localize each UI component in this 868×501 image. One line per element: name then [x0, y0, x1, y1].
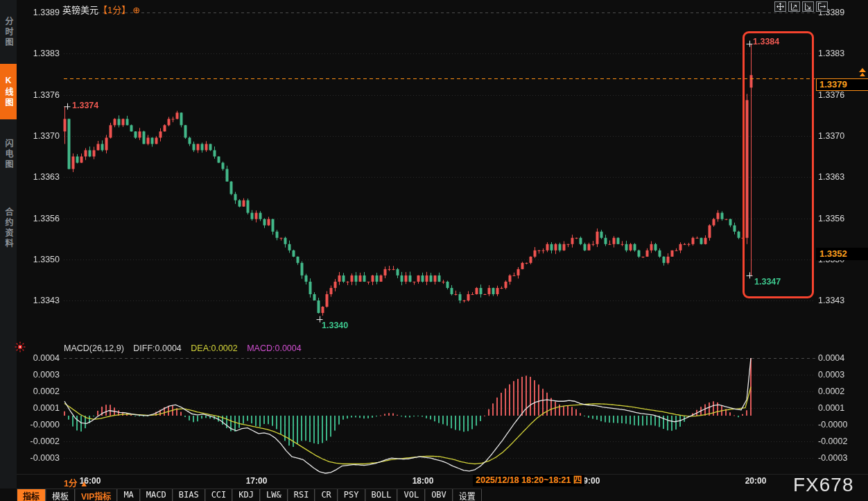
annotation-open-high: 1.3374	[72, 101, 98, 110]
sidebar-tab-kline[interactable]: K线图	[0, 64, 17, 119]
interval-tag: 【1分】	[98, 5, 130, 15]
add-indicator-icon[interactable]: ⊕	[132, 5, 140, 15]
price-axis-label: 1.3370	[17, 131, 60, 141]
time-tick: 17:00	[240, 476, 273, 486]
price-axis-label: 1.3363	[17, 172, 60, 182]
toolbar-item-kdj[interactable]: KDJ	[232, 489, 260, 501]
sidebar-tab-timeline[interactable]: 分时图	[0, 3, 17, 61]
macd-axis-label: 0.0001	[818, 403, 867, 413]
toolbar-item-indicator[interactable]: 指标	[17, 489, 46, 501]
toolbar-item-settings[interactable]: 设置	[453, 489, 482, 501]
price-axis-label: 1.3343	[818, 296, 867, 305]
macd-axis-label: 0.0002	[818, 387, 867, 396]
secondary-price-badge: 1.3352	[816, 248, 868, 260]
macd-axis-label: 0.0004	[818, 353, 867, 363]
macd-axis-label: 0.0001	[17, 403, 60, 413]
chart-toolbar-top	[774, 1, 828, 12]
macd-axis-label: -0.0002	[17, 436, 60, 446]
macd-hist-value: MACD:0.0004	[247, 343, 302, 353]
toolbar-item-vip[interactable]: VIP指标	[75, 489, 117, 501]
toolbar-item-vol[interactable]: VOL	[397, 489, 425, 501]
left-sidebar: 分时图 K线图 闪电图 合约资料	[0, 0, 17, 489]
price-axis-label: 1.3363	[818, 172, 867, 182]
macd-axis-label: -0.0003	[17, 453, 60, 463]
macd-axis-label: -0.0003	[818, 453, 867, 463]
indicator-toolbar: 指标 模板 VIP指标 MA MACD BIAS CCI KDJ LW& RSI…	[17, 489, 482, 501]
annotation-session-low: 1.3340	[322, 321, 348, 330]
macd-params: MACD(26,12,9)	[64, 343, 124, 353]
price-axis-label: 1.3383	[17, 49, 60, 58]
chart-window: 分时图 K线图 闪电图 合约资料 英镑美元【1分】⊕ 1.3389 1.3383…	[0, 0, 868, 501]
annotation-spike-high: 1.3384	[753, 37, 779, 46]
macd-axis-label: 0.0002	[17, 387, 60, 396]
pan-icon[interactable]	[774, 1, 786, 12]
fit-horizontal-icon[interactable]	[802, 1, 814, 12]
toolbar-item-obv[interactable]: OBV	[425, 489, 453, 501]
toolbar-item-cr[interactable]: CR	[315, 489, 337, 501]
macd-axis-label: -0.0000	[818, 420, 867, 430]
toolbar-item-lwr[interactable]: LW&	[260, 489, 288, 501]
price-axis-label: 1.3376	[818, 90, 867, 100]
toolbar-item-template[interactable]: 模板	[46, 489, 75, 501]
price-axis-label: 1.3356	[17, 214, 60, 223]
time-tick: 20:00	[739, 476, 772, 486]
toolbar-item-boll[interactable]: BOLL	[365, 489, 398, 501]
toolbar-item-ma[interactable]: MA	[117, 489, 139, 501]
toolbar-item-macd[interactable]: MACD	[140, 489, 173, 501]
toolbar-item-psy[interactable]: PSY	[338, 489, 365, 501]
sidebar-tab-lightning[interactable]: 闪电图	[0, 126, 17, 182]
macd-axis-label: 0.0003	[818, 370, 867, 380]
toolbar-item-rsi[interactable]: RSI	[288, 489, 315, 501]
annotation-spike-low: 1.3347	[754, 277, 781, 287]
time-tick: 18:00	[406, 476, 440, 486]
symbol-name: 英镑美元	[62, 5, 98, 15]
price-axis-label: 1.3343	[17, 296, 60, 305]
toolbar-item-bias[interactable]: BIAS	[173, 489, 205, 501]
chart-canvas[interactable]	[0, 0, 868, 501]
watermark: FX678	[793, 474, 854, 496]
price-up-arrow-icon	[858, 67, 867, 80]
macd-axis-label: -0.0000	[17, 420, 60, 430]
price-axis-label: 1.3370	[818, 131, 867, 141]
macd-axis-label: -0.0002	[818, 436, 867, 446]
macd-axis-label: 0.0003	[17, 370, 60, 380]
spike-highlight-box	[743, 31, 814, 298]
hover-time-tooltip: 2025/12/18 18:20~18:21 四	[473, 475, 584, 486]
price-axis-label: 1.3389	[17, 8, 60, 17]
fit-vertical-icon[interactable]	[788, 1, 800, 12]
price-axis-label: 1.3356	[818, 214, 867, 223]
export-icon[interactable]	[816, 1, 828, 12]
price-axis-label: 1.3376	[17, 90, 60, 100]
macd-legend: MACD(26,12,9) DIFF:0.0004 DEA:0.0002 MAC…	[64, 343, 309, 353]
chart-title: 英镑美元【1分】⊕	[62, 3, 140, 16]
indicator-settings-icon[interactable]	[15, 341, 26, 355]
interval-selector[interactable]: 1分 ▲	[64, 476, 88, 489]
toolbar-item-cci[interactable]: CCI	[205, 489, 233, 501]
macd-diff-value: DIFF:0.0004	[133, 343, 181, 353]
price-axis-label: 1.3350	[17, 255, 60, 264]
macd-dea-value: DEA:0.0002	[191, 343, 237, 353]
sidebar-tab-contract-info[interactable]: 合约资料	[0, 187, 17, 269]
time-axis-separator	[0, 474, 868, 475]
price-axis-label: 1.3383	[818, 49, 867, 58]
